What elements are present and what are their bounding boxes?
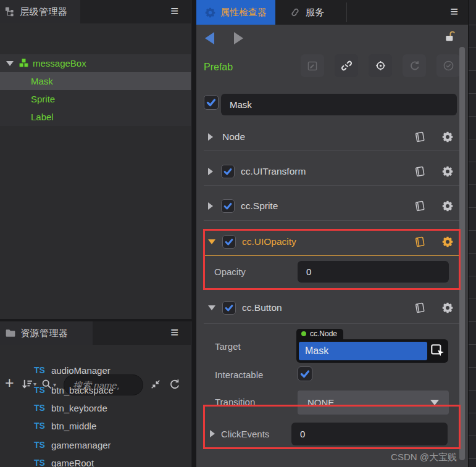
docs-icon[interactable] <box>414 131 425 143</box>
hierarchy-icon <box>5 7 15 17</box>
component-enabled-checkbox[interactable] <box>222 235 236 249</box>
expand-arrow-icon[interactable] <box>6 61 14 66</box>
assets-panel-title: 资源管理器 <box>20 328 69 339</box>
collapse-arrow-icon[interactable] <box>208 305 215 310</box>
section-sprite[interactable]: cc.Sprite <box>196 194 468 218</box>
tab-separator <box>346 2 347 22</box>
prefab-locate-button[interactable] <box>369 54 392 77</box>
gear-icon[interactable] <box>442 302 453 313</box>
cocos-creator-window: 层级管理器 ≡ + ▾ messageBox <box>0 0 476 467</box>
opacity-input[interactable] <box>298 261 449 283</box>
section-uiopacity[interactable]: cc.UIOpacity <box>196 230 468 254</box>
interactable-checkbox[interactable] <box>298 366 312 381</box>
tree-row-mask[interactable]: Mask <box>0 72 191 90</box>
collapse-arrow-icon[interactable] <box>208 239 215 244</box>
asset-row-gameroot[interactable]: TS gameRoot <box>0 454 191 467</box>
tree-row-messagebox[interactable]: messageBox <box>0 54 191 72</box>
transition-value: NONE <box>307 397 334 408</box>
inspector-panel: 属性检查器 服务 ≡ Prefab <box>196 0 468 467</box>
section-label: cc.Sprite <box>241 200 278 212</box>
target-node-reference[interactable]: cc.Node Mask <box>296 328 448 363</box>
expand-arrow-icon[interactable] <box>208 168 213 175</box>
assets-menu-icon[interactable]: ≡ <box>170 326 178 339</box>
tab-hierarchy[interactable]: 层级管理器 <box>0 0 80 23</box>
hierarchy-panel: 层级管理器 ≡ + ▾ messageBox <box>0 0 191 319</box>
uiopacity-highlight-line <box>203 255 461 256</box>
tree-row-sprite[interactable]: Sprite <box>0 90 191 108</box>
component-enabled-checkbox[interactable] <box>221 165 235 178</box>
prefab-toolbar <box>301 54 460 77</box>
unlock-icon[interactable] <box>444 30 458 44</box>
node-name-input[interactable] <box>221 94 457 115</box>
node-active-checkbox[interactable] <box>204 95 219 110</box>
section-divider <box>204 150 461 151</box>
link-icon <box>290 7 301 18</box>
docs-icon[interactable] <box>414 166 425 177</box>
asset-label: gameRoot <box>51 458 94 467</box>
tab-label: 服务 <box>306 7 324 19</box>
section-button[interactable]: cc.Button <box>196 296 468 320</box>
asset-row-gamemanager[interactable]: TS gamemanager <box>0 436 191 453</box>
tree-row-label[interactable]: Label <box>0 108 191 126</box>
asset-row-btn-middle[interactable]: TS btn_middle <box>0 417 191 434</box>
typescript-icon: TS <box>34 385 45 395</box>
gear-icon[interactable] <box>442 200 453 212</box>
section-node[interactable]: Node <box>196 125 468 149</box>
watermark: CSDN @大宝贱 <box>391 452 457 463</box>
hierarchy-tree: messageBox Mask Sprite Label <box>0 54 191 126</box>
inspector-menu-icon[interactable]: ≡ <box>450 5 458 19</box>
inspector-tabbar: 属性检查器 服务 ≡ <box>196 0 468 25</box>
tab-property-inspector[interactable]: 属性检查器 <box>196 0 275 25</box>
node-type-dot <box>301 331 306 336</box>
transition-dropdown[interactable]: NONE <box>298 391 449 415</box>
section-divider <box>204 323 461 324</box>
expand-arrow-icon[interactable] <box>210 430 215 437</box>
expand-arrow-icon[interactable] <box>208 133 213 141</box>
asset-row-btn-backspace[interactable]: TS btn_backspace <box>0 381 191 399</box>
prefab-unlink-button[interactable] <box>335 54 358 77</box>
node-picker-icon[interactable] <box>430 343 446 359</box>
hierarchy-panel-title: 层级管理器 <box>20 6 68 18</box>
gear-icon[interactable] <box>442 131 453 143</box>
hierarchy-search-row: + ▾ <box>0 26 191 52</box>
docs-icon[interactable] <box>414 200 425 212</box>
inspector-scrollbar[interactable] <box>459 47 465 460</box>
component-enabled-checkbox[interactable] <box>221 199 235 213</box>
tab-services[interactable]: 服务 <box>281 0 333 25</box>
docs-icon[interactable] <box>414 302 425 313</box>
expand-arrow-icon[interactable] <box>208 202 213 210</box>
section-uitransform[interactable]: cc.UITransform <box>196 160 468 183</box>
nav-back-button[interactable] <box>205 32 214 44</box>
section-label: cc.Button <box>242 302 282 313</box>
gear-icon[interactable] <box>442 236 453 247</box>
nav-forward-button[interactable] <box>234 32 243 44</box>
prefab-reset-button[interactable] <box>403 54 426 77</box>
section-label: cc.UITransform <box>241 166 306 177</box>
asset-list: TS audioManager TS btn_backspace TS btn_… <box>0 366 191 467</box>
section-label: cc.UIOpacity <box>242 236 296 247</box>
folder-icon <box>5 328 16 339</box>
tab-assets[interactable]: 资源管理器 <box>0 321 93 345</box>
clickevents-label: ClickEvents <box>221 429 269 439</box>
section-divider <box>204 220 461 221</box>
asset-label: btn_backspace <box>51 385 114 395</box>
asset-row-btn-keyborde[interactable]: TS btn_keyborde <box>0 399 191 416</box>
section-label: Node <box>222 131 245 143</box>
component-enabled-checkbox[interactable] <box>222 301 236 315</box>
dock-edge-strip <box>468 0 476 467</box>
prefab-apply-button[interactable] <box>436 54 460 77</box>
assets-panel: 资源管理器 ≡ + ▾ ▾ TS audi <box>0 321 191 467</box>
asset-row-audiomanager[interactable]: TS audioManager <box>0 366 191 379</box>
tree-label: Sprite <box>31 94 55 104</box>
docs-icon[interactable] <box>414 236 425 247</box>
prefab-edit-button[interactable] <box>301 54 324 77</box>
tree-label: Label <box>31 112 54 122</box>
node-reference-field[interactable]: Mask <box>296 339 448 363</box>
hierarchy-menu-icon[interactable]: ≡ <box>170 4 178 18</box>
clickevents-count-input[interactable] <box>291 423 448 445</box>
chevron-down-icon <box>430 400 439 405</box>
panel-gap <box>191 0 196 467</box>
node-reference-value[interactable]: Mask <box>299 342 427 360</box>
prefab-label: Prefab <box>204 62 233 73</box>
gear-icon[interactable] <box>442 166 453 177</box>
